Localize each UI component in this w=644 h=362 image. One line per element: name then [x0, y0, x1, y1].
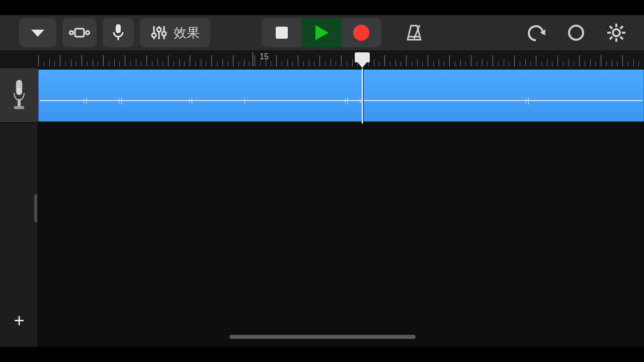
ruler-tick-minor	[109, 61, 109, 66]
ruler-tick-minor	[412, 61, 412, 66]
svg-rect-32	[18, 99, 21, 106]
track-sidebar: +	[0, 68, 38, 347]
ruler-tick-minor	[595, 61, 596, 66]
svg-point-3	[86, 31, 90, 35]
record-button[interactable]	[342, 18, 381, 47]
ruler-tick-major	[276, 55, 277, 66]
sliders-icon	[150, 24, 168, 41]
ruler-tick-minor	[87, 61, 88, 66]
ruler-tick-minor	[195, 61, 196, 66]
ruler-tick-minor	[49, 59, 50, 66]
ruler-tick-minor	[309, 59, 309, 66]
ruler-tick-minor	[244, 59, 245, 66]
stop-icon	[275, 26, 289, 40]
sidebar-resize-handle[interactable]	[34, 194, 37, 222]
ruler-tick-minor	[174, 61, 174, 66]
ruler-tick-minor	[433, 61, 434, 66]
ruler-tick-minor	[460, 59, 461, 66]
ruler-tick-minor	[282, 61, 282, 66]
app-root: 效果	[0, 0, 644, 362]
ruler-tick-minor	[439, 59, 439, 66]
metronome-button[interactable]	[400, 18, 428, 47]
playhead-line	[362, 68, 363, 124]
track-lane-1[interactable]	[38, 69, 644, 122]
ruler-tick-minor	[352, 59, 353, 66]
track-header-1[interactable]	[0, 68, 38, 123]
ruler-tick-minor	[374, 59, 374, 66]
ruler-tick-major	[125, 55, 125, 66]
loop-icon	[567, 23, 586, 42]
ruler-tick-minor	[136, 59, 136, 66]
ruler-tick-minor	[141, 61, 141, 66]
ruler-tick-major	[579, 55, 580, 66]
ruler-tick-major	[146, 55, 147, 66]
horizontal-scrollbar[interactable]	[38, 335, 644, 340]
ruler-tick-minor	[271, 61, 271, 66]
svg-line-26	[620, 26, 623, 29]
audio-region-1[interactable]	[38, 69, 644, 122]
add-track-button[interactable]: +	[0, 306, 38, 336]
svg-point-1	[70, 31, 73, 35]
ruler-tick-major	[514, 55, 515, 66]
ruler-tick-minor	[44, 61, 44, 66]
ruler-tick-minor	[541, 61, 542, 66]
playhead-marker[interactable]	[355, 52, 370, 62]
ruler-tick-minor	[547, 59, 547, 66]
ruler-marker-label: 15	[260, 52, 269, 61]
ruler-tick-minor	[65, 61, 66, 66]
ruler-tick-minor	[179, 59, 180, 66]
ruler-tick-minor	[184, 61, 185, 66]
ruler-tick-minor	[628, 61, 628, 66]
svg-marker-13	[315, 25, 329, 40]
undo-button[interactable]	[525, 18, 546, 47]
ruler-tick-minor	[347, 61, 347, 66]
play-button[interactable]	[301, 18, 341, 47]
ruler-tick-minor	[590, 59, 591, 66]
ruler-tick-major	[557, 55, 558, 66]
letterbox-top	[0, 0, 644, 15]
ruler-tick-minor	[574, 61, 574, 66]
microphone-button[interactable]	[103, 18, 134, 47]
ruler-tick-major	[190, 55, 190, 66]
scrollbar-thumb[interactable]	[229, 335, 416, 339]
ruler-tick-minor	[504, 59, 504, 66]
svg-rect-2	[75, 29, 84, 37]
ruler-tick-minor	[417, 59, 418, 66]
ruler-tick-minor	[400, 61, 401, 66]
ruler-tick-minor	[633, 59, 634, 66]
ruler-tick-minor	[98, 61, 98, 66]
fx-controls-button[interactable]: 效果	[140, 18, 210, 47]
ruler-tick-minor	[552, 61, 552, 66]
timeline-ruler-row: 15	[0, 50, 644, 68]
ruler-tick-major	[255, 55, 255, 66]
view-menu-dropdown[interactable]	[19, 18, 56, 47]
ruler-tick-major	[103, 55, 104, 66]
trim-region-button[interactable]	[62, 18, 97, 47]
ruler-tick-minor	[130, 61, 131, 66]
ruler-tick-minor	[617, 61, 617, 66]
ruler-tick-minor	[201, 59, 201, 66]
settings-button[interactable]	[606, 18, 627, 47]
ruler-tick-minor	[422, 61, 423, 66]
ruler-tick-minor	[520, 61, 520, 66]
ruler-tick-minor	[525, 59, 526, 66]
ruler-tick-major	[384, 55, 385, 66]
ruler-tick-minor	[455, 61, 455, 66]
svg-point-7	[152, 33, 156, 37]
loop-button[interactable]	[566, 18, 587, 47]
ruler-tick-minor	[292, 61, 293, 66]
ruler-tick-major	[233, 55, 233, 66]
ruler-tick-minor	[227, 61, 228, 66]
ruler-tick-minor	[71, 59, 71, 66]
svg-point-14	[353, 25, 369, 41]
timeline-ruler[interactable]: 15	[38, 50, 644, 68]
svg-line-27	[610, 37, 612, 39]
ruler-tick-minor	[54, 61, 55, 66]
ruler-tick-major	[622, 55, 623, 66]
gear-icon	[606, 23, 626, 43]
chevron-down-icon	[29, 28, 46, 38]
stop-button[interactable]	[262, 18, 301, 47]
ruler-tick-minor	[585, 61, 585, 66]
svg-line-25	[620, 37, 623, 39]
ruler-tick-major	[493, 55, 493, 66]
